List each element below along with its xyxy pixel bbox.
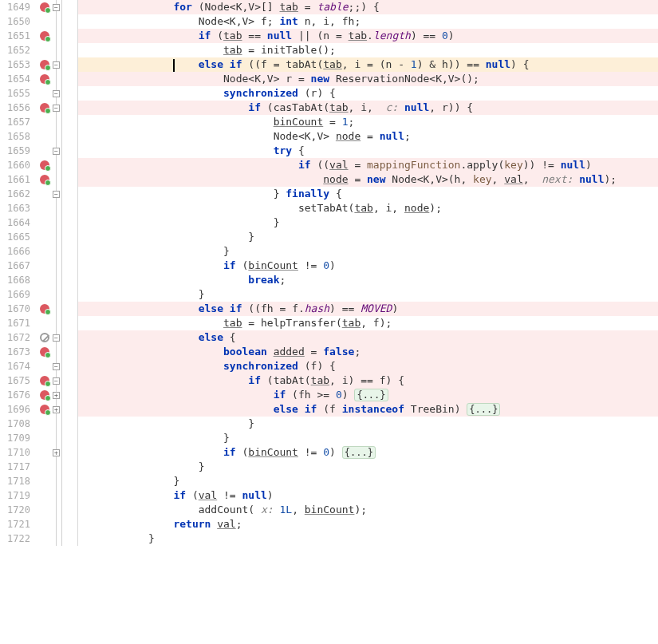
code-text[interactable]: } (78, 244, 658, 259)
fold-collapse-icon[interactable]: − (53, 4, 60, 11)
fold-collapse-icon[interactable]: − (53, 377, 60, 385)
fold-gutter[interactable] (53, 287, 75, 302)
fold-gutter[interactable] (53, 531, 75, 546)
breakpoint-gutter[interactable] (37, 215, 53, 230)
fold-expand-icon[interactable]: + (53, 392, 60, 399)
gutter[interactable]: 1710+ (0, 445, 78, 460)
line-number[interactable]: 1673 (0, 345, 37, 359)
breakpoint-gutter[interactable] (37, 531, 53, 546)
gutter[interactable]: 1665 (0, 230, 78, 244)
code-text[interactable]: break; (78, 273, 658, 287)
gutter[interactable]: 1717 (0, 460, 78, 474)
code-line[interactable]: 1721 return val; (0, 517, 658, 531)
fold-gutter[interactable] (53, 503, 75, 517)
gutter[interactable]: 1721 (0, 517, 78, 531)
breakpoint-gutter[interactable] (37, 57, 53, 72)
gutter[interactable]: 1675− (0, 373, 78, 388)
code-text[interactable]: if (binCount != 0) {...} (78, 445, 658, 460)
line-number[interactable]: 1662 (0, 187, 37, 201)
breakpoint-gutter[interactable] (37, 244, 53, 259)
fold-gutter[interactable] (53, 474, 75, 488)
breakpoint-gutter[interactable] (37, 388, 53, 402)
code-text[interactable]: } (78, 460, 658, 474)
code-text[interactable]: if (tab == null || (n = tab.length) == 0… (78, 29, 658, 43)
breakpoint-gutter[interactable] (37, 43, 53, 57)
code-text[interactable]: } (78, 417, 658, 431)
code-editor[interactable]: 1649− for (Node<K,V>[] tab = table;;) {1… (0, 0, 658, 644)
fold-gutter[interactable] (53, 488, 75, 503)
code-text[interactable]: synchronized (r) { (78, 86, 658, 101)
gutter[interactable]: 1674− (0, 359, 78, 373)
fold-gutter[interactable]: − (53, 144, 75, 158)
code-text[interactable]: tab = initTable(); (78, 43, 658, 57)
code-line[interactable]: 1676+ if (fh >= 0) {...} (0, 388, 658, 402)
code-line[interactable]: 1665 } (0, 230, 658, 244)
breakpoint-gutter[interactable] (37, 330, 53, 345)
code-line[interactable]: 1708 } (0, 417, 658, 431)
code-text[interactable]: else if ((f = tabAt(tab, i = (n - 1) & h… (78, 57, 658, 72)
no-breakpoint-icon[interactable] (40, 333, 49, 342)
breakpoint-icon[interactable] (40, 347, 49, 357)
code-text[interactable]: if (val != null) (78, 488, 658, 503)
folded-code[interactable]: {...} (342, 446, 376, 459)
breakpoint-icon[interactable] (40, 74, 49, 84)
line-number[interactable]: 1653 (0, 57, 37, 72)
breakpoint-gutter[interactable] (37, 14, 53, 29)
line-number[interactable]: 1696 (0, 402, 37, 417)
code-line[interactable]: 1670 else if ((fh = f.hash) == MOVED) (0, 302, 658, 316)
fold-gutter[interactable]: + (53, 445, 75, 460)
fold-gutter[interactable] (53, 230, 75, 244)
fold-gutter[interactable]: − (53, 330, 75, 345)
gutter[interactable]: 1658 (0, 129, 78, 144)
code-text[interactable]: if ((val = mappingFunction.apply(key)) !… (78, 158, 658, 172)
gutter[interactable]: 1722 (0, 531, 78, 546)
code-text[interactable]: else { (78, 330, 658, 345)
fold-gutter[interactable]: − (53, 359, 75, 373)
fold-gutter[interactable] (53, 431, 75, 445)
fold-collapse-icon[interactable]: − (53, 90, 60, 97)
gutter[interactable]: 1708 (0, 417, 78, 431)
code-line[interactable]: 1649− for (Node<K,V>[] tab = table;;) { (0, 0, 658, 14)
line-number[interactable]: 1656 (0, 101, 37, 115)
code-text[interactable]: return val; (78, 517, 658, 531)
code-text[interactable]: Node<K,V> r = new ReservationNode<K,V>()… (78, 72, 658, 86)
gutter[interactable]: 1660 (0, 158, 78, 172)
line-number[interactable]: 1670 (0, 302, 37, 316)
code-line[interactable]: 1651 if (tab == null || (n = tab.length)… (0, 29, 658, 43)
fold-gutter[interactable] (53, 417, 75, 431)
fold-collapse-icon[interactable]: − (53, 105, 60, 112)
breakpoint-gutter[interactable] (37, 259, 53, 273)
gutter[interactable]: 1666 (0, 244, 78, 259)
fold-expand-icon[interactable]: + (53, 406, 60, 413)
fold-gutter[interactable] (53, 215, 75, 230)
code-text[interactable]: if (casTabAt(tab, i, c: null, r)) { (78, 101, 658, 115)
gutter[interactable]: 1657 (0, 115, 78, 129)
code-line[interactable]: 1663 setTabAt(tab, i, node); (0, 201, 658, 215)
code-text[interactable]: } (78, 215, 658, 230)
fold-gutter[interactable] (53, 158, 75, 172)
code-text[interactable]: synchronized (f) { (78, 359, 658, 373)
code-line[interactable]: 1717 } (0, 460, 658, 474)
gutter[interactable]: 1661 (0, 172, 78, 187)
code-text[interactable]: if (fh >= 0) {...} (78, 388, 658, 402)
code-line[interactable]: 1669 } (0, 287, 658, 302)
breakpoint-icon[interactable] (40, 390, 49, 400)
code-line[interactable]: 1718 } (0, 474, 658, 488)
line-number[interactable]: 1659 (0, 144, 37, 158)
line-number[interactable]: 1660 (0, 158, 37, 172)
code-text[interactable]: Node<K,V> node = null; (78, 129, 658, 144)
code-line[interactable]: 1652 tab = initTable(); (0, 43, 658, 57)
gutter[interactable]: 1720 (0, 503, 78, 517)
line-number[interactable]: 1649 (0, 0, 37, 14)
fold-gutter[interactable] (53, 517, 75, 531)
code-text[interactable]: boolean added = false; (78, 345, 658, 359)
gutter[interactable]: 1662− (0, 187, 78, 201)
folded-code[interactable]: {...} (354, 389, 388, 401)
fold-gutter[interactable] (53, 172, 75, 187)
line-number[interactable]: 1720 (0, 503, 37, 517)
code-line[interactable]: 1664 } (0, 215, 658, 230)
breakpoint-icon[interactable] (40, 2, 49, 12)
breakpoint-gutter[interactable] (37, 373, 53, 388)
breakpoint-gutter[interactable] (37, 359, 53, 373)
gutter[interactable]: 1673 (0, 345, 78, 359)
